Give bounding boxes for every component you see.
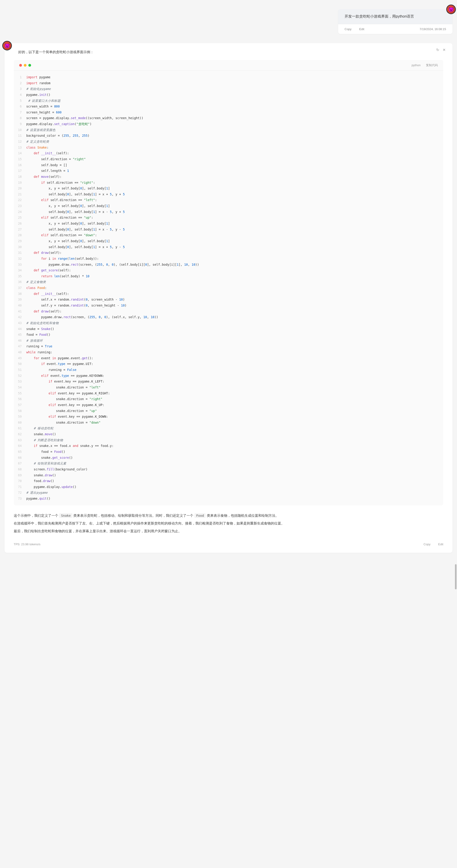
code-line: 69 snake.draw(): [14, 472, 443, 478]
code-line: 37class Food:: [14, 285, 443, 291]
code-line: 36# 定义食物类: [14, 279, 443, 285]
window-maximize-icon: [28, 64, 31, 67]
code-line: 60 snake.direction = "down": [14, 420, 443, 426]
bot-intro-text: 好的，以下是一个简单的贪吃蛇小游戏界面示例：: [18, 50, 443, 54]
inline-code-food: Food: [195, 513, 206, 518]
code-line: 58 snake.direction = "up": [14, 408, 443, 414]
code-line: 7screen_height = 600: [14, 110, 443, 116]
code-line: 23 x, y = self.body[0], self.body[1]: [14, 203, 443, 209]
code-line: 52 elif event.type == pygame.KEYDOWN:: [14, 373, 443, 379]
code-line: 11background_color = (255, 255, 255): [14, 133, 443, 139]
code-line: 34 def get_score(self):: [14, 268, 443, 273]
code-line: 73pygame.quit(): [14, 496, 443, 502]
code-line: 61 # 移动贪吃蛇: [14, 426, 443, 431]
user-copy-button[interactable]: Copy: [345, 27, 351, 31]
code-line: 6screen_width = 800: [14, 104, 443, 110]
code-line: 13class Snake:: [14, 145, 443, 151]
code-line: 38 def __init__(self):: [14, 291, 443, 297]
code-line: 21 self.body[0], self.body[1] = x + 5, y…: [14, 191, 443, 197]
code-line: 3# 初始化pygame: [14, 86, 443, 92]
code-line: 27 self.body[0], self.body[1] = x - 5, y…: [14, 227, 443, 232]
footer-copy-button[interactable]: Copy: [424, 542, 430, 546]
code-line: 43# 初始化贪吃蛇和食物: [14, 320, 443, 326]
code-line: 5 # 设置窗口大小和标题: [14, 98, 443, 104]
user-timestamp: 7/19/2024, 16:08:15: [420, 27, 446, 31]
code-line: 2import random: [14, 80, 443, 86]
code-line: 66 snake.get_score(): [14, 455, 443, 461]
window-minimize-icon: [24, 64, 27, 67]
code-line: 16 self.body = []: [14, 162, 443, 168]
code-line: 45food = Food(): [14, 332, 443, 338]
user-message-content: 开发一款贪吃蛇小游戏界面，用python语言: [338, 9, 452, 24]
code-line: 59 elif event.key == pygame.K_DOWN:: [14, 414, 443, 420]
code-line: 67 # 绘制背景和游戏元素: [14, 461, 443, 467]
code-line: 18 def move(self):: [14, 174, 443, 180]
bot-message: 😈 ↻ ✕ 好的，以下是一个简单的贪吃蛇小游戏界面示例： python 复制代码: [5, 43, 452, 553]
copy-code-button[interactable]: 复制代码: [426, 63, 438, 67]
user-avatar-icon: 😈: [446, 5, 456, 14]
bot-avatar-icon: 😈: [2, 41, 12, 51]
code-line: 19 if self.direction == "right":: [14, 180, 443, 186]
code-line: 25 elif self.direction == "up":: [14, 215, 443, 221]
code-line: 32 for i in range(len(self.body)):: [14, 256, 443, 262]
code-line: 28 elif self.direction == "down":: [14, 232, 443, 238]
code-line: 10# 设置游戏背景颜色: [14, 127, 443, 133]
code-line: 65 food = Food(): [14, 449, 443, 455]
inline-code-snake: Snake: [59, 513, 73, 518]
code-line: 35 return len(self.body) * 10: [14, 273, 443, 279]
code-line: 42 pygame.draw.rect(screen, (255, 0, 0),…: [14, 314, 443, 320]
code-line: 62 snake.move(): [14, 431, 443, 437]
code-line: 46# 游戏循环: [14, 338, 443, 344]
code-line: 22 elif self.direction == "left":: [14, 197, 443, 203]
window-controls: [19, 64, 31, 67]
tps-label: TPS: 23.98 tokens/s: [14, 542, 40, 546]
code-line: 50 if event.type == pygame.UIT:: [14, 361, 443, 367]
code-line: 9pygame.display.set_caption("贪吃蛇"): [14, 121, 443, 127]
code-line: 70 food.draw(): [14, 478, 443, 484]
window-close-icon: [19, 64, 22, 67]
code-content[interactable]: 1import pygame2import random3# 初始化pygame…: [14, 71, 443, 505]
code-line: 41 def draw(self):: [14, 309, 443, 314]
code-line: 53 if event.key == pygame.K_LEFT:: [14, 379, 443, 384]
code-line: 15 self.direction = "right": [14, 156, 443, 162]
code-line: 44snake = Snake(): [14, 326, 443, 332]
code-line: 56 snake.direction = "right": [14, 396, 443, 402]
code-line: 24 self.body[0], self.body[1] = x - 5, y…: [14, 209, 443, 215]
explanation-text: 这个示例中，我们定义了一个 Snake 类来表示贪吃蛇，包括移动、绘制和获取得分…: [14, 512, 443, 534]
code-line: 1import pygame: [14, 74, 443, 80]
code-line: 12# 定义贪吃蛇类: [14, 139, 443, 145]
code-language-label: python: [411, 63, 421, 67]
code-line: 48while running:: [14, 349, 443, 355]
code-block: python 复制代码 1import pygame2import random…: [14, 60, 443, 505]
code-line: 17 self.length = 1: [14, 168, 443, 174]
code-line: 4pygame.init(): [14, 92, 443, 98]
code-line: 14 def __init__(self):: [14, 150, 443, 156]
code-line: 63 # 判断是否吃到食物: [14, 437, 443, 443]
code-line: 20 x, y = self.body[0], self.body[1]: [14, 186, 443, 191]
close-icon[interactable]: ✕: [442, 48, 446, 52]
code-line: 33 pygame.draw.rect(screen, (255, 0, 0),…: [14, 262, 443, 268]
refresh-icon[interactable]: ↻: [436, 48, 439, 52]
code-line: 57 elif event.key == pygame.K_UP:: [14, 402, 443, 408]
code-line: 68 screen.fill(background_color): [14, 467, 443, 472]
code-line: 71 pygame.display.update(): [14, 484, 443, 490]
code-line: 26 x, y = self.body[0], self.body[1]: [14, 221, 443, 227]
code-line: 8screen = pygame.display.set_mode((scree…: [14, 115, 443, 121]
code-line: 54 snake.direction = "left": [14, 384, 443, 391]
code-line: 49 for event in pygame.event.get():: [14, 355, 443, 361]
code-line: 39 self.x = random.randint(0, screen_wid…: [14, 297, 443, 303]
code-line: 51 running = False: [14, 367, 443, 373]
code-line: 29 x, y = self.body[0], self.body[1]: [14, 238, 443, 244]
footer-edit-button[interactable]: Edit: [438, 542, 443, 546]
code-line: 47running = True: [14, 343, 443, 349]
code-line: 30 self.body[0], self.body[1] = x + 5, y…: [14, 244, 443, 250]
code-line: 64 if snake.x == food.x and snake.y == f…: [14, 443, 443, 449]
user-message: 😈 开发一款贪吃蛇小游戏界面，用python语言 Copy Edit 7/19/…: [5, 9, 452, 34]
code-line: 72# 退出pygame: [14, 490, 443, 496]
code-line: 31 def draw(self):: [14, 250, 443, 256]
user-edit-button[interactable]: Edit: [359, 27, 364, 31]
code-line: 55 elif event.key == pygame.K_RIGHT:: [14, 391, 443, 397]
code-line: 40 self.y = random.randint(0, screen_hei…: [14, 303, 443, 309]
